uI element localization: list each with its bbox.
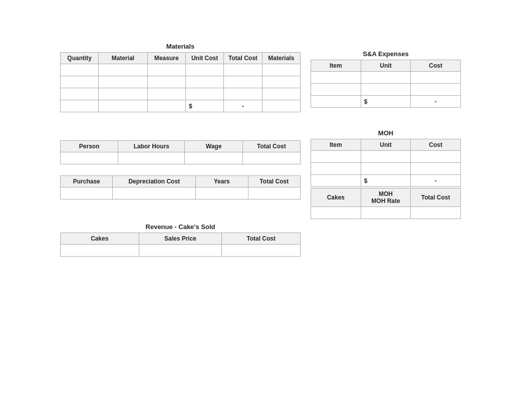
cell-cost-moh[interactable] xyxy=(411,151,461,163)
item-moh-input[interactable] xyxy=(321,153,351,160)
cell-cakes[interactable] xyxy=(61,245,139,257)
cell-unit-sa[interactable] xyxy=(361,84,411,96)
item-moh-input2[interactable] xyxy=(321,165,351,172)
quantity-input[interactable] xyxy=(65,90,95,98)
unit-sa-input[interactable] xyxy=(371,74,401,81)
cell-empty xyxy=(99,100,147,112)
cell-item-sa[interactable] xyxy=(311,84,361,96)
cell-cakes-moh[interactable] xyxy=(311,207,361,219)
moh-rate-input[interactable] xyxy=(371,209,401,217)
cell-total-cost[interactable] xyxy=(224,88,262,100)
cell-cost-sa[interactable] xyxy=(411,84,461,96)
unit-moh-input[interactable] xyxy=(371,153,401,160)
material-input[interactable] xyxy=(103,78,143,86)
sales-price-input[interactable] xyxy=(165,247,195,254)
cost-sa-input2[interactable] xyxy=(421,86,451,93)
cost-moh-input[interactable] xyxy=(421,153,451,160)
material-input[interactable] xyxy=(103,90,143,98)
years-input[interactable] xyxy=(207,189,237,197)
cell-material[interactable] xyxy=(99,88,147,100)
table-row xyxy=(61,64,301,76)
cell-unit-moh[interactable] xyxy=(361,163,411,175)
sa-expenses-section: S&A Expenses Item Unit Cost xyxy=(311,50,461,108)
cell-moh-rate[interactable] xyxy=(361,207,411,219)
cell-quantity[interactable] xyxy=(61,64,99,76)
cell-measure[interactable] xyxy=(147,76,185,88)
total-cost-input[interactable] xyxy=(228,66,258,74)
quantity-input[interactable] xyxy=(65,78,95,86)
measure-input[interactable] xyxy=(151,90,181,98)
unit-cost-input[interactable] xyxy=(190,90,220,98)
cell-years[interactable] xyxy=(196,187,248,199)
cell-person[interactable] xyxy=(61,152,118,164)
cell-sales-price[interactable] xyxy=(139,245,221,257)
total-cost-input[interactable] xyxy=(228,90,258,98)
cell-quantity[interactable] xyxy=(61,76,99,88)
total-cost-input[interactable] xyxy=(228,78,258,86)
cell-unit-sa[interactable] xyxy=(361,72,411,84)
cell-quantity[interactable] xyxy=(61,88,99,100)
cell-dollar-sa: $ xyxy=(361,96,411,108)
cell-unit-moh[interactable] xyxy=(361,151,411,163)
dep-cost-input[interactable] xyxy=(139,189,169,197)
total-cost-moh-input[interactable] xyxy=(421,209,451,217)
cell-materials-val[interactable] xyxy=(262,76,300,88)
labor-hours-input[interactable] xyxy=(136,154,166,162)
unit-moh-input2[interactable] xyxy=(371,165,401,172)
cakes-input[interactable] xyxy=(85,247,115,254)
cell-material[interactable] xyxy=(99,64,147,76)
cell-empty xyxy=(262,100,300,112)
cell-measure[interactable] xyxy=(147,88,185,100)
item-sa-input[interactable] xyxy=(321,74,351,81)
item-sa-input2[interactable] xyxy=(321,86,351,93)
cell-unit-cost[interactable] xyxy=(185,76,223,88)
cell-item-sa[interactable] xyxy=(311,72,361,84)
cell-material[interactable] xyxy=(99,76,147,88)
cell-purchase[interactable] xyxy=(61,187,113,199)
sa-table: Item Unit Cost $ xyxy=(311,60,461,108)
moh-table-wrapper: Item Unit Cost $ xyxy=(311,139,461,187)
materials-val-input[interactable] xyxy=(266,78,296,86)
total-cost-rev-input[interactable] xyxy=(246,247,276,254)
cell-total-cost-rev[interactable] xyxy=(222,245,301,257)
cell-total-cost-dep[interactable] xyxy=(248,187,301,199)
table-row xyxy=(311,151,461,163)
measure-input[interactable] xyxy=(151,78,181,86)
unit-sa-input2[interactable] xyxy=(371,86,401,93)
cell-depreciation-cost[interactable] xyxy=(113,187,196,199)
cell-measure[interactable] xyxy=(147,64,185,76)
cell-unit-cost[interactable] xyxy=(185,64,223,76)
wage-input[interactable] xyxy=(199,154,229,162)
materials-val-input[interactable] xyxy=(266,66,296,74)
materials-val-input[interactable] xyxy=(266,90,296,98)
measure-input[interactable] xyxy=(151,66,181,74)
cell-labor-hours[interactable] xyxy=(118,152,185,164)
cell-cost-moh[interactable] xyxy=(411,163,461,175)
purchase-input[interactable] xyxy=(72,189,102,197)
cost-sa-input[interactable] xyxy=(421,74,451,81)
person-input[interactable] xyxy=(74,154,104,162)
cell-total-cost[interactable] xyxy=(224,76,262,88)
total-cost-dep-input[interactable] xyxy=(259,189,289,197)
cell-total-cost-labor[interactable] xyxy=(242,152,300,164)
unit-cost-input[interactable] xyxy=(190,78,220,86)
cell-unit-cost[interactable] xyxy=(185,88,223,100)
table-row xyxy=(61,88,301,100)
cakes-moh-input[interactable] xyxy=(321,209,351,217)
cell-wage[interactable] xyxy=(185,152,242,164)
material-input[interactable] xyxy=(103,66,143,74)
cell-materials-val[interactable] xyxy=(262,88,300,100)
unit-cost-input[interactable] xyxy=(190,66,220,74)
cell-cost-sa[interactable] xyxy=(411,72,461,84)
sa-total-row: $ - xyxy=(311,96,461,108)
col-cost-sa: Cost xyxy=(411,60,461,72)
total-cost-labor-input[interactable] xyxy=(256,154,287,162)
quantity-input[interactable] xyxy=(65,66,95,74)
cell-item-moh[interactable] xyxy=(311,151,361,163)
cell-item-moh[interactable] xyxy=(311,163,361,175)
cell-materials-val[interactable] xyxy=(262,64,300,76)
cell-total-cost-moh[interactable] xyxy=(411,207,461,219)
col-total-cost-dep: Total Cost xyxy=(248,176,301,187)
cost-moh-input2[interactable] xyxy=(421,165,451,172)
cell-total-cost[interactable] xyxy=(224,64,262,76)
